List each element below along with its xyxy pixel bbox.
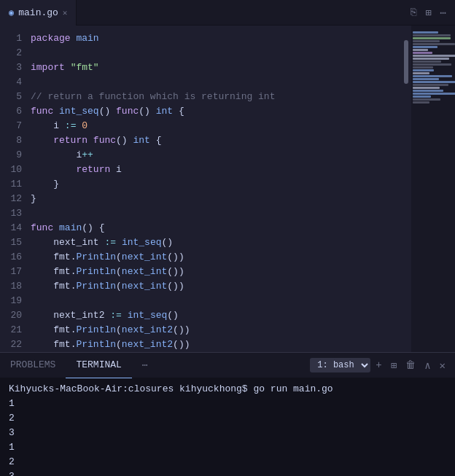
terminal-line: 3 xyxy=(9,426,446,440)
minimap-line xyxy=(413,81,455,83)
minimap-line xyxy=(413,55,455,57)
terminal-content[interactable]: Kihyucks-MacBook-Air:closures kihyuckhon… xyxy=(0,378,455,476)
line-number: 1 xyxy=(6,31,22,46)
kill-terminal-icon[interactable]: 🗑 xyxy=(402,358,419,372)
line-number: 2 xyxy=(6,46,22,61)
code-line xyxy=(31,294,401,308)
panel-tab-actions: 1: bash + ⊞ 🗑 ∧ ✕ xyxy=(304,358,455,373)
line-number: 5 xyxy=(6,90,22,104)
more-actions-icon[interactable]: ⋯ xyxy=(438,5,449,20)
line-number: 3 xyxy=(6,61,22,75)
panel-close-icon[interactable]: ✕ xyxy=(436,358,449,373)
code-line: fmt.Println(next_int2()) xyxy=(31,323,401,338)
terminal-selector-wrap: 1: bash xyxy=(310,358,370,372)
minimap-line xyxy=(413,84,448,86)
minimap-line xyxy=(413,69,434,71)
split-editor-icon[interactable]: ⎘ xyxy=(408,5,419,20)
minimap-line xyxy=(413,66,433,69)
line-number: 19 xyxy=(6,294,22,308)
line-number: 9 xyxy=(6,148,22,163)
tab-terminal[interactable]: TERMINAL xyxy=(66,353,131,378)
code-line: fmt.Println(next_int()) xyxy=(31,250,401,265)
line-number: 6 xyxy=(6,104,22,119)
panel-tabs: PROBLEMS TERMINAL ⋯ 1: bash + ⊞ 🗑 ∧ ✕ xyxy=(0,352,455,378)
code-line: return i xyxy=(31,163,401,177)
minimap-line xyxy=(413,93,455,95)
minimap-line xyxy=(413,49,428,51)
minimap-line xyxy=(413,43,455,45)
scrollbar[interactable] xyxy=(401,26,411,352)
line-number: 13 xyxy=(6,206,22,221)
line-number: 21 xyxy=(6,323,22,338)
minimap-line xyxy=(413,90,443,92)
editor-area: 1234567891011121314151617181920212223242… xyxy=(0,26,455,352)
code-line: fmt.Println(next_int()) xyxy=(31,265,401,279)
split-terminal-icon[interactable]: ⊞ xyxy=(387,358,400,373)
terminal-line: 2 xyxy=(9,455,446,469)
bottom-panel: PROBLEMS TERMINAL ⋯ 1: bash + ⊞ 🗑 ∧ ✕ Ki… xyxy=(0,352,455,476)
line-number: 11 xyxy=(6,177,22,192)
line-number: 16 xyxy=(6,250,22,265)
line-number: 20 xyxy=(6,308,22,323)
minimap-line xyxy=(413,58,449,60)
code-line: func main() { xyxy=(31,221,401,235)
layout-icon[interactable]: ⊞ xyxy=(422,5,434,20)
new-terminal-icon[interactable]: + xyxy=(372,358,385,372)
code-content[interactable]: package main import "fmt" // return a fu… xyxy=(28,26,401,352)
tab-bar: ◉ main.go ✕ ⎘ ⊞ ⋯ xyxy=(0,0,455,26)
code-line: next_int := int_seq() xyxy=(31,235,401,250)
code-line: // return a function which is returning … xyxy=(31,90,401,104)
code-line: } xyxy=(31,177,401,192)
minimap-line xyxy=(413,63,451,66)
tab-actions: ⎘ ⊞ ⋯ xyxy=(408,5,455,20)
line-number: 15 xyxy=(6,235,22,250)
line-numbers: 1234567891011121314151617181920212223242… xyxy=(0,26,28,352)
code-line: } xyxy=(31,192,401,206)
tab-problems[interactable]: PROBLEMS xyxy=(0,353,66,378)
line-number: 18 xyxy=(6,279,22,294)
line-number: 10 xyxy=(6,163,22,177)
line-number: 12 xyxy=(6,192,22,206)
minimap-line xyxy=(413,72,429,74)
file-tab[interactable]: ◉ main.go ✕ xyxy=(0,0,77,26)
code-line: package main xyxy=(31,31,401,46)
tab-more[interactable]: ⋯ xyxy=(132,353,158,378)
terminal-line: Kihyucks-MacBook-Air:closures kihyuckhon… xyxy=(9,382,446,397)
minimap-line xyxy=(413,98,440,101)
panel-collapse-icon[interactable]: ∧ xyxy=(421,358,434,373)
minimap-line xyxy=(413,87,440,89)
line-number: 17 xyxy=(6,265,22,279)
tab-filename: main.go xyxy=(18,7,58,18)
minimap-line xyxy=(413,52,432,54)
terminal-line: 3 xyxy=(9,469,446,476)
code-line: return func() int { xyxy=(31,133,401,148)
close-tab-icon[interactable]: ✕ xyxy=(63,8,68,17)
code-line: fmt.Println(next_int()) xyxy=(31,279,401,294)
minimap-line xyxy=(413,61,441,63)
minimap xyxy=(411,26,455,352)
code-line: i++ xyxy=(31,148,401,163)
code-line xyxy=(31,46,401,61)
line-number: 7 xyxy=(6,119,22,133)
minimap-line xyxy=(413,37,451,39)
code-line: import "fmt" xyxy=(31,61,401,75)
minimap-line xyxy=(413,95,431,98)
line-number: 4 xyxy=(6,75,22,90)
line-number: 14 xyxy=(6,221,22,235)
code-line: fmt.Println(next_int2()) xyxy=(31,338,401,352)
minimap-line xyxy=(413,46,438,48)
minimap-line xyxy=(413,34,451,36)
scrollbar-thumb[interactable] xyxy=(404,40,408,84)
code-line xyxy=(31,206,401,221)
line-number: 8 xyxy=(6,133,22,148)
terminal-line: 1 xyxy=(9,397,446,411)
minimap-line xyxy=(413,78,439,80)
minimap-line xyxy=(413,101,429,104)
minimap-line xyxy=(413,40,440,42)
minimap-line xyxy=(413,75,452,77)
terminal-line: 1 xyxy=(9,440,446,455)
code-line: i := 0 xyxy=(31,119,401,133)
code-line xyxy=(31,75,401,90)
file-icon: ◉ xyxy=(9,7,14,18)
terminal-selector[interactable]: 1: bash xyxy=(310,358,370,372)
